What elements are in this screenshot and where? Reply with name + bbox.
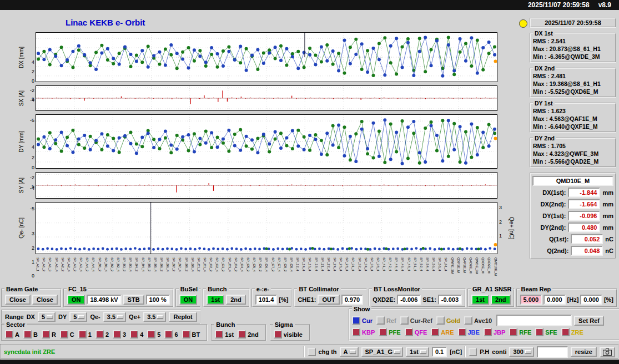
q-right-ticks: 321 [497,202,509,254]
x-tick-label: SP_54_4 [425,257,429,291]
status-indicator-light [519,19,527,28]
sector-3-checkbox[interactable] [113,330,121,338]
interval-dropdown[interactable]: 300 [509,347,534,357]
show-jbe-item: JBE [458,328,480,336]
busel-on-button[interactable]: ON [179,295,198,305]
range-qem-dropdown[interactable]: 3.5 [103,312,126,322]
show-zre-checkbox[interactable] [561,328,570,336]
replot-button[interactable]: Replot [169,312,197,322]
sector-4-label: 4 [140,331,143,338]
beam-gate-label: Beam Gate [4,286,39,292]
set-ref-button[interactable]: Set Ref [574,316,604,326]
sector-b-checkbox[interactable] [23,330,32,338]
bunch-2nd-checkbox[interactable] [238,330,246,338]
bunch-1st-label: 1st [225,331,234,338]
che1-out-button[interactable]: OUT [318,295,339,305]
sector-select-dropdown[interactable]: A [340,347,359,357]
range-dy-dropdown[interactable]: 5 [69,312,87,322]
bunch-1st-checkbox[interactable] [215,330,223,338]
monitor-row-label: DX(1st): [542,189,566,196]
range-qep-label: Qe+ [129,314,140,320]
beam-rep-pct-unit: [%] [604,296,613,303]
bunch-2nd-button[interactable]: 2nd [226,295,246,305]
ref-file-input[interactable] [496,315,572,326]
fc15-stb-button[interactable]: STB [123,295,144,305]
beam-rep-pct-value: 0.000 [580,295,602,305]
show-sfe-checkbox[interactable] [535,328,543,336]
show-jbp-checkbox[interactable] [484,328,492,336]
sector-6-checkbox[interactable] [164,330,173,338]
ph-checkbox[interactable] [469,348,477,356]
beam-gate-close-button-1[interactable]: Close [5,295,31,305]
range-dx-dropdown[interactable]: 5 [38,312,56,322]
x-tick-label: SP_A1_4 [54,257,58,291]
sector-a-checkbox[interactable] [5,330,13,338]
q-plot [36,202,497,254]
range-dy-label: DY [58,314,67,320]
sigma-checks: visible [274,330,306,338]
show-pfe-checkbox[interactable] [379,328,387,336]
sector-r-checkbox[interactable] [42,330,50,338]
sx-plot [36,85,497,111]
device-select-dropdown[interactable]: SP_A1_G [361,347,404,357]
snsr-2nd-button[interactable]: 2nd [491,295,511,305]
show-ave10-checkbox[interactable] [464,316,472,325]
x-tick-label: SP_B7_2 [172,257,175,291]
sector-6-label: 6 [174,331,178,338]
monitor-row-label: DY(2nd): [541,224,566,231]
sector-4-checkbox[interactable] [130,330,138,338]
monitor-row-label: Q(1st): [549,236,568,242]
x-tick-label: SP_61_4 [444,257,447,291]
show-rfe-checkbox[interactable] [509,328,517,336]
beam-gate-close-button-2[interactable]: Close [32,295,58,305]
x-tick-label: SP_A2_2 [61,257,64,291]
sy-chart-row: SY [A]5-5 [2,172,526,199]
x-tick-label: SP_28_4 [345,257,349,291]
sector-c-checkbox[interactable] [60,330,68,338]
sigma-visible-checkbox[interactable] [274,330,282,338]
x-tick-label: QWFE_3M [450,257,454,291]
snsr-1st-button[interactable]: 1st [471,295,489,305]
show-kbp-checkbox[interactable] [352,328,360,336]
show-ref-checkbox[interactable] [376,316,385,325]
bunch-select-dropdown[interactable]: 1st [406,347,429,357]
sector-5-label: 5 [157,331,160,338]
x-tick-label: SP_31_4 [351,257,355,291]
show-cur-ref-checkbox[interactable] [400,316,409,325]
sector-c-item: C [60,330,74,338]
show-kbp-label: KBP [362,329,375,336]
range-qep-dropdown[interactable]: 3.5 [143,312,166,322]
count-input[interactable] [537,346,568,358]
qxd2e-value: -0.006 [397,295,421,305]
monitor-row: Q(2nd):0.048nC [532,246,613,256]
chg-th-checkbox[interactable] [308,348,316,356]
snapshot-button[interactable] [600,347,615,357]
resize-button[interactable]: resize [571,347,597,357]
sector-1-label: 1 [88,331,92,338]
camera-icon [603,348,612,356]
dx-chart-row: DX [mm]420-2-4 [2,32,526,82]
sector-bt-checkbox[interactable] [182,330,190,338]
show-cur-item: Cur [352,316,373,325]
bt-lossmonitor-label: BT LossMonitor [372,286,422,292]
monitor-row-value: -1.844 [568,188,600,198]
sector-2-checkbox[interactable] [95,330,104,338]
monitor-row-value: -0.096 [568,211,600,221]
y-tick-label: -2 [30,175,34,180]
monitor-row-label: DY(1st): [542,213,566,219]
bunch-1st-button[interactable]: 1st [207,295,224,305]
show-gold-checkbox[interactable] [436,316,445,325]
sector-1-checkbox[interactable] [78,330,87,338]
bt-collimator-group: BT Collimator CHE1: OUT 0.970 [294,289,367,307]
show-are-checkbox[interactable] [431,328,439,336]
show-qfe-checkbox[interactable] [405,328,413,336]
fc15-on-button[interactable]: ON [67,295,85,305]
monitor-row-unit: mm [602,213,613,219]
dy-axis-title: DY [mm] [18,131,24,153]
dx-plot [36,32,497,82]
sector-5-checkbox[interactable] [147,330,155,338]
threshold-value[interactable]: 0.1 [432,347,447,357]
show-jbe-checkbox[interactable] [458,328,466,336]
show-cur-checkbox[interactable] [352,316,360,325]
show-ave10-label: Ave10 [474,317,492,324]
